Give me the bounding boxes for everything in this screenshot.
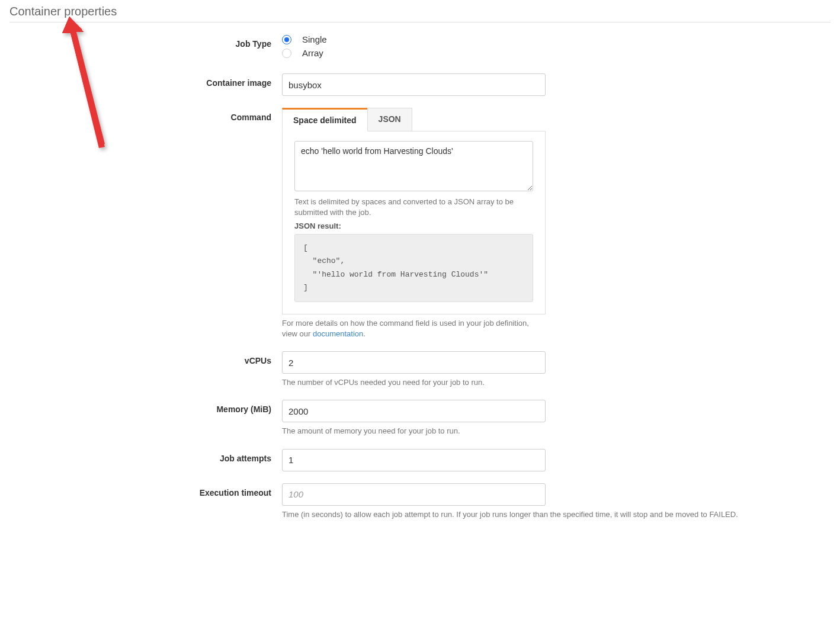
job-type-label: Job Type: [9, 34, 282, 49]
section-title: Container properties: [9, 5, 831, 23]
execution-timeout-help: Time (in seconds) to allow each job atte…: [282, 509, 756, 520]
vcpus-label: vCPUs: [9, 351, 282, 365]
memory-input[interactable]: [282, 400, 546, 422]
job-type-single-label: Single: [302, 34, 327, 44]
vcpus-help: The number of vCPUs needed you need for …: [282, 377, 546, 388]
job-attempts-input[interactable]: [282, 449, 546, 471]
vcpus-input[interactable]: [282, 351, 546, 374]
json-result-label: JSON result:: [294, 221, 533, 230]
documentation-link[interactable]: documentation: [313, 329, 363, 338]
container-image-input[interactable]: [282, 73, 546, 96]
execution-timeout-label: Execution timeout: [9, 483, 282, 497]
memory-label: Memory (MiB): [9, 400, 282, 414]
command-help-text: Text is delimited by spaces and converte…: [294, 197, 533, 218]
command-footer-help: For more details on how the command fiel…: [282, 318, 546, 339]
tab-space-delimited[interactable]: Space delimited: [282, 108, 368, 131]
command-footer-suffix: .: [363, 329, 366, 338]
tab-json[interactable]: JSON: [367, 108, 412, 131]
execution-timeout-input[interactable]: [282, 483, 546, 506]
memory-help: The amount of memory you need for your j…: [282, 426, 546, 436]
command-label: Command: [9, 108, 282, 122]
radio-unselected-icon: [282, 49, 291, 58]
job-attempts-label: Job attempts: [9, 449, 282, 463]
command-textarea[interactable]: [294, 141, 533, 191]
job-type-array-label: Array: [302, 48, 323, 58]
radio-selected-icon: [282, 35, 291, 44]
container-image-label: Container image: [9, 73, 282, 88]
job-type-array-radio[interactable]: Array: [282, 48, 546, 58]
json-result-output: [ "echo", "'hello world from Harvesting …: [294, 234, 533, 301]
job-type-single-radio[interactable]: Single: [282, 34, 546, 44]
